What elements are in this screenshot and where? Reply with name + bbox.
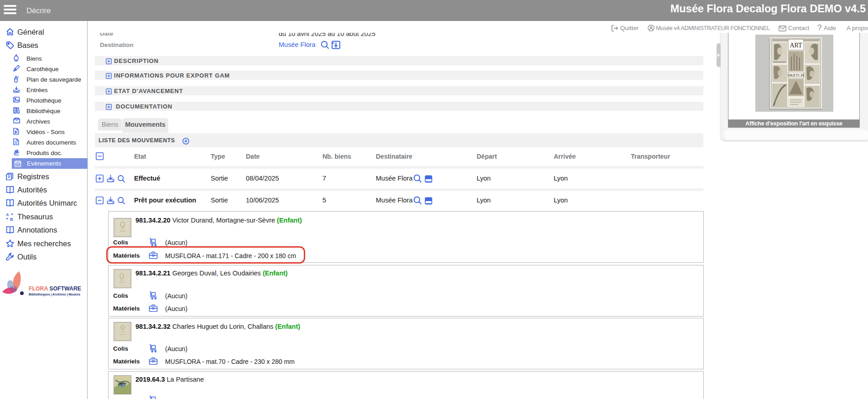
- svg-text:ART: ART: [790, 42, 802, 49]
- svg-text:B: B: [10, 217, 13, 221]
- svg-text:FLORA SOFTWARE: FLORA SOFTWARE: [29, 285, 81, 292]
- svg-text:A: A: [6, 212, 9, 217]
- svg-text:SKETCH: SKETCH: [788, 73, 804, 78]
- svg-text:Bibliothèques | Archives | Mus: Bibliothèques | Archives | Musées: [29, 293, 80, 296]
